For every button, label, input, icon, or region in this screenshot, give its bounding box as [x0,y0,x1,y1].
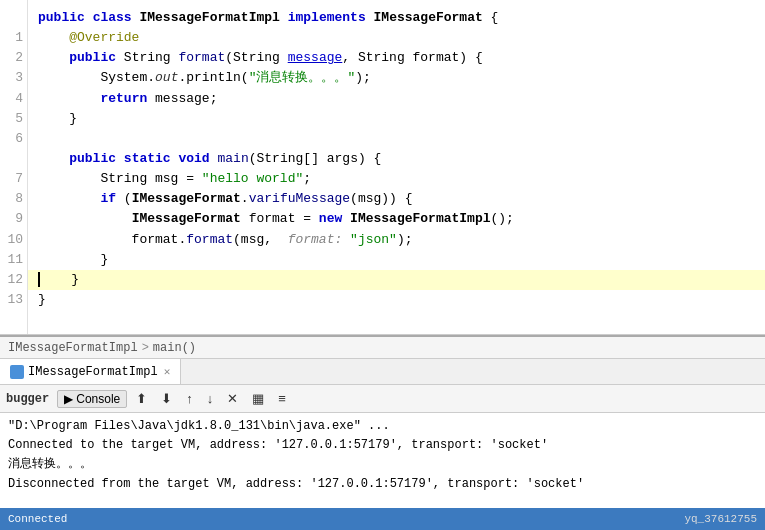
breadcrumb-method: main() [153,341,196,355]
toolbar-btn-down2[interactable]: ↓ [202,388,219,409]
console-line-3: 消息转换。。。 [8,455,757,474]
connected-status: Connected [8,513,67,525]
status-bar: Connected yq_37612755 [0,508,765,530]
line-numbers: 1 2 3 4 5 6 7 8 9 10 11 12 13 [0,0,28,334]
toolbar-btn-x[interactable]: ✕ [222,388,243,409]
console-output: "D:\Program Files\Java\jdk1.8.0_131\bin\… [0,413,765,508]
toolbar-btn-up2[interactable]: ↑ [181,388,198,409]
console-toolbar[interactable]: bugger ▶ Console ⬆ ⬇ ↑ ↓ ✕ ▦ ≡ [0,385,765,413]
tab-close-button[interactable]: ✕ [164,365,171,378]
breadcrumb-bar: IMessageFormatImpl > main() [0,337,765,359]
status-watermark: yq_37612755 [684,513,757,525]
toolbar-btn-down1[interactable]: ⬇ [156,388,177,409]
toolbar-btn-up1[interactable]: ⬆ [131,388,152,409]
tab-bar[interactable]: IMessageFormatImpl ✕ [0,359,765,385]
bottom-panel: IMessageFormatImpl > main() IMessageForm… [0,335,765,530]
toolbar-btn-menu[interactable]: ≡ [273,388,291,409]
code-editor[interactable]: 1 2 3 4 5 6 7 8 9 10 11 12 13 public cla… [0,0,765,335]
debugger-label: bugger [6,392,49,406]
console-label: Console [76,392,120,406]
code-content[interactable]: public class IMessageFormatImpl implemen… [28,0,765,334]
tab-imessageformatimpl[interactable]: IMessageFormatImpl ✕ [0,359,181,384]
toolbar-btn-grid[interactable]: ▦ [247,388,269,409]
console-line-1: "D:\Program Files\Java\jdk1.8.0_131\bin\… [8,417,757,436]
console-line-2: Connected to the target VM, address: '12… [8,436,757,455]
java-file-icon [10,365,24,379]
breadcrumb-separator: > [142,341,149,355]
console-button[interactable]: ▶ Console [57,390,127,408]
status-left: Connected [8,513,67,525]
breadcrumb-class: IMessageFormatImpl [8,341,138,355]
console-line-4: Disconnected from the target VM, address… [8,475,757,494]
tab-label: IMessageFormatImpl [28,365,158,379]
console-icon: ▶ [64,392,73,406]
